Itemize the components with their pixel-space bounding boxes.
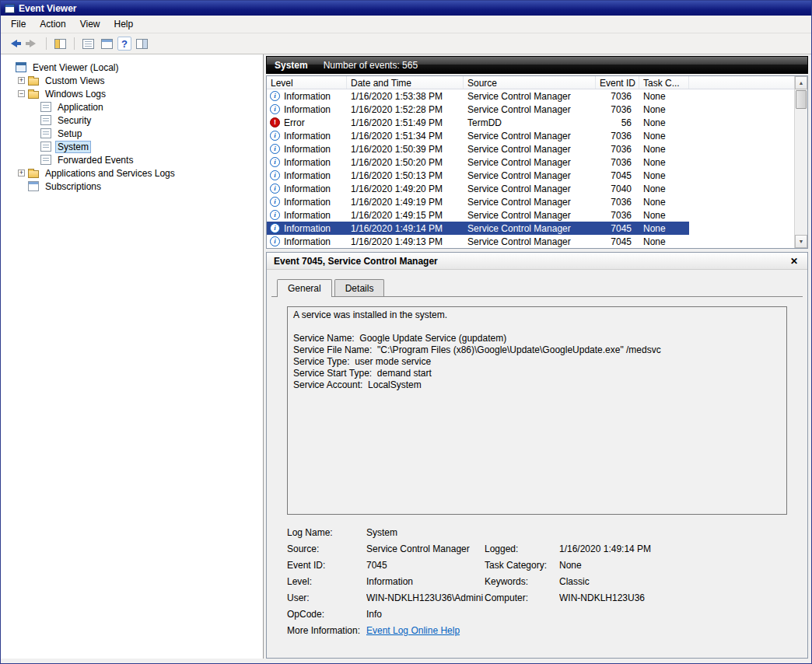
toolbar: ?	[1, 33, 811, 54]
event-row[interactable]: iInformation1/16/2020 1:51:34 PMService …	[267, 129, 689, 142]
forward-icon[interactable]	[24, 36, 40, 52]
menu-action[interactable]: Action	[33, 16, 72, 32]
event-id-cell: 56	[596, 117, 639, 128]
log-icon	[40, 128, 51, 138]
event-count: Number of events: 565	[324, 60, 418, 71]
tree-item-application[interactable]: Application	[1, 100, 263, 114]
field-value: System	[366, 527, 485, 538]
expand-plus-icon[interactable]: +	[18, 169, 25, 176]
event-row[interactable]: iInformation1/16/2020 1:49:15 PMService …	[267, 208, 689, 222]
column-header-date-and-time[interactable]: Date and Time	[347, 76, 464, 89]
properties-icon[interactable]	[99, 36, 115, 52]
information-icon: i	[270, 236, 280, 246]
event-fields: Log Name:SystemSource:Service Control Ma…	[287, 527, 787, 636]
task-category-cell: None	[639, 144, 689, 155]
action-pane-glyph	[136, 39, 148, 49]
tree-item-label: Security	[55, 114, 93, 127]
tree-item-applications-and-services-logs[interactable]: +Applications and Services Logs	[1, 166, 263, 180]
level-label: Information	[284, 197, 331, 208]
tab-general[interactable]: General	[277, 279, 332, 297]
event-row[interactable]: iInformation1/16/2020 1:49:20 PMService …	[267, 182, 689, 195]
field-label	[485, 527, 559, 538]
menu-help[interactable]: Help	[107, 16, 141, 32]
expander-slot: +	[18, 169, 28, 176]
results-pane: System Number of events: 565 LevelDate a…	[264, 54, 811, 659]
help-icon[interactable]: ?	[117, 37, 131, 51]
field-value: WIN-NDKLH123U36	[559, 592, 787, 603]
field-value: Info	[366, 609, 485, 620]
event-row[interactable]: iInformation1/16/2020 1:50:13 PMService …	[267, 169, 689, 182]
source-cell: Service Control Manager	[464, 144, 596, 155]
information-icon: i	[270, 223, 280, 233]
menu-view[interactable]: View	[73, 16, 107, 32]
vertical-scrollbar[interactable]: ▲ ▼	[794, 76, 807, 248]
collapse-minus-icon[interactable]: −	[18, 90, 25, 97]
column-header-event-id[interactable]: Event ID	[596, 76, 639, 89]
description-line: A service was installed in the system.	[293, 309, 781, 321]
datetime-cell: 1/16/2020 1:49:14 PM	[347, 223, 464, 234]
main-split: Event Viewer (Local)+Custom Views−Window…	[1, 54, 811, 663]
information-icon: i	[270, 197, 280, 207]
datetime-cell: 1/16/2020 1:49:13 PM	[347, 236, 464, 247]
information-icon: i	[270, 157, 280, 167]
error-icon: !	[270, 117, 280, 128]
tab-details[interactable]: Details	[334, 279, 385, 296]
tree-item-custom-views[interactable]: +Custom Views	[1, 74, 263, 87]
level-cell: iInformation	[267, 197, 347, 208]
field-label: Level:	[287, 576, 366, 587]
show-console-tree-icon[interactable]	[52, 36, 68, 52]
event-row[interactable]: iInformation1/16/2020 1:53:38 PMService …	[267, 89, 689, 103]
scroll-down-arrow[interactable]: ▼	[795, 235, 807, 248]
level-label: Error	[284, 117, 305, 128]
event-id-cell: 7040	[596, 183, 639, 194]
event-row[interactable]: iInformation1/16/2020 1:50:20 PMService …	[267, 156, 689, 169]
scroll-up-arrow[interactable]: ▲	[795, 76, 807, 89]
field-value: 7045	[366, 560, 485, 571]
folder-icon	[28, 170, 39, 178]
description-line	[293, 321, 781, 333]
column-header-source[interactable]: Source	[464, 76, 596, 89]
expand-plus-icon[interactable]: +	[18, 77, 25, 84]
log-title: System	[275, 60, 308, 71]
tree-item-label: Forwarded Events	[55, 154, 135, 166]
description-line: Service File Name: "C:\Program Files (x8…	[293, 344, 781, 356]
tree-item-system[interactable]: System	[1, 140, 263, 153]
column-header-task-c[interactable]: Task C...	[639, 76, 689, 89]
event-id-cell: 7036	[596, 91, 639, 102]
datetime-cell: 1/16/2020 1:53:38 PM	[347, 91, 464, 102]
field-value: WIN-NDKLH123U36\Admini	[366, 592, 485, 603]
action-pane-icon[interactable]	[134, 36, 150, 52]
close-icon[interactable]: ✕	[788, 256, 800, 267]
tree-item-forwarded-events[interactable]: Forwarded Events	[1, 153, 263, 166]
event-row[interactable]: !Error1/16/2020 1:51:49 PMTermDD56None	[267, 116, 689, 129]
field-label: More Information:	[287, 625, 366, 636]
field-value-link[interactable]: Event Log Online Help	[366, 625, 485, 636]
event-row[interactable]: iInformation1/16/2020 1:49:13 PMService …	[267, 235, 689, 248]
menu-file[interactable]: File	[4, 16, 33, 32]
event-row[interactable]: iInformation1/16/2020 1:50:39 PMService …	[267, 142, 689, 156]
event-row[interactable]: iInformation1/16/2020 1:52:28 PMService …	[267, 103, 689, 116]
expander-slot: +	[18, 77, 28, 84]
event-row[interactable]: iInformation1/16/2020 1:49:14 PMService …	[267, 222, 689, 235]
tree-item-label: Setup	[55, 128, 84, 140]
column-header-level[interactable]: Level	[267, 76, 347, 89]
tree-item-event-viewer-local[interactable]: Event Viewer (Local)	[1, 61, 263, 74]
field-label: Task Category:	[485, 560, 559, 571]
event-row[interactable]: iInformation1/16/2020 1:49:19 PMService …	[267, 195, 689, 208]
tree-item-label: Application	[55, 101, 106, 114]
tree-item-setup[interactable]: Setup	[1, 127, 263, 140]
level-cell: iInformation	[267, 223, 347, 234]
list-column-headers: LevelDate and TimeSourceEvent IDTask C..…	[267, 76, 794, 89]
toolbar-separator	[46, 37, 47, 50]
source-cell: TermDD	[464, 117, 596, 128]
event-id-cell: 7036	[596, 157, 639, 168]
event-viewer-app-icon	[5, 4, 15, 13]
export-list-icon[interactable]	[80, 36, 96, 52]
task-category-cell: None	[639, 117, 689, 128]
tree-item-security[interactable]: Security	[1, 114, 263, 127]
task-category-cell: None	[639, 157, 689, 168]
tree-item-windows-logs[interactable]: −Windows Logs	[1, 87, 263, 100]
tree-item-subscriptions[interactable]: Subscriptions	[1, 180, 263, 193]
back-icon[interactable]	[5, 36, 22, 52]
scrollbar-thumb[interactable]	[796, 90, 807, 109]
